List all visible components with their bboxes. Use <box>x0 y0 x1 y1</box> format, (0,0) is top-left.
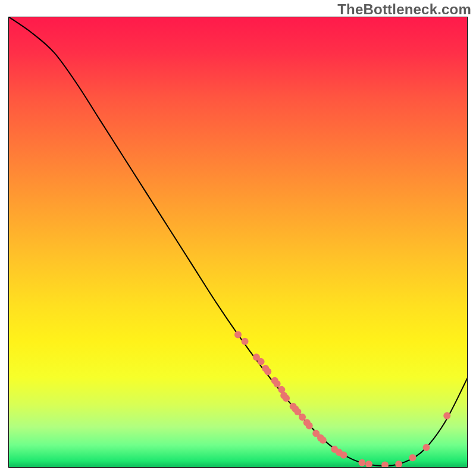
marker-point <box>258 358 265 365</box>
marker-point <box>443 412 450 419</box>
marker-point <box>283 394 290 402</box>
chart-svg <box>8 17 468 468</box>
plot-area <box>8 17 468 468</box>
marker-point <box>274 380 281 387</box>
marker-point <box>299 414 306 421</box>
marker-point <box>320 437 327 444</box>
marker-point <box>423 444 430 451</box>
marker-point <box>264 368 271 375</box>
marker-point <box>340 452 347 459</box>
marker-point <box>234 331 242 338</box>
marker-point <box>242 338 249 345</box>
chart-stage: TheBottleneck.com <box>0 0 476 476</box>
marker-point <box>365 461 372 468</box>
watermark-label: TheBottleneck.com <box>337 1 471 18</box>
marker-point <box>358 459 365 466</box>
marker-point <box>395 461 402 468</box>
marker-point <box>294 408 301 415</box>
marker-point <box>306 422 313 430</box>
marker-point <box>409 454 416 461</box>
